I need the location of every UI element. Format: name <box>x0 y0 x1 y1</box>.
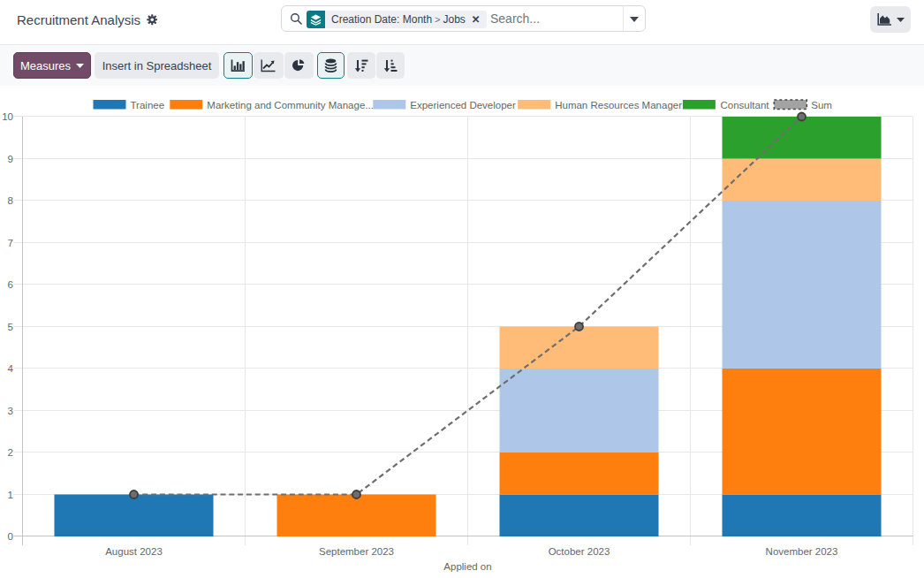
svg-text:August 2023: August 2023 <box>105 546 163 557</box>
svg-text:Trainee: Trainee <box>131 100 165 110</box>
svg-text:3: 3 <box>8 406 13 416</box>
svg-text:Experienced Developer: Experienced Developer <box>410 100 516 110</box>
svg-text:4: 4 <box>8 363 14 374</box>
svg-text:0: 0 <box>8 531 13 542</box>
svg-text:6: 6 <box>8 279 13 290</box>
svg-text:October 2023: October 2023 <box>549 546 610 557</box>
svg-text:Marketing and Community Manage: Marketing and Community Manage... <box>207 100 374 110</box>
svg-text:9: 9 <box>8 154 13 164</box>
svg-text:1: 1 <box>8 490 13 500</box>
svg-text:5: 5 <box>8 322 13 332</box>
svg-text:Human Resources Manager: Human Resources Manager <box>555 100 682 110</box>
svg-text:Applied on: Applied on <box>443 561 491 572</box>
svg-text:10: 10 <box>2 111 13 122</box>
svg-text:September 2023: September 2023 <box>319 546 394 557</box>
svg-text:Sum: Sum <box>811 100 832 110</box>
svg-text:8: 8 <box>8 195 13 206</box>
svg-text:Consultant: Consultant <box>721 100 770 110</box>
svg-text:7: 7 <box>8 238 13 248</box>
svg-text:November 2023: November 2023 <box>766 546 838 557</box>
svg-text:2: 2 <box>8 447 13 458</box>
